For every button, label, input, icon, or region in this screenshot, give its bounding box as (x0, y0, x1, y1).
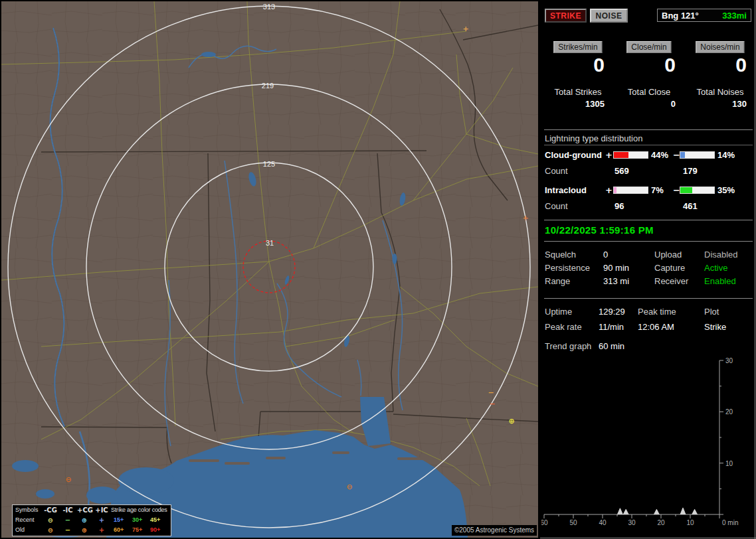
age-60: 60+ (114, 525, 124, 535)
ic-positive-pct: 7% (651, 185, 664, 195)
strike-marker: + (522, 214, 528, 222)
y-tick-label: 20 (725, 408, 733, 416)
close-column: Close/min 0 Total Close 0 (616, 41, 682, 114)
ic-negative-pct: 35% (717, 185, 735, 195)
legend-col-neg-cg: -CG (43, 505, 58, 515)
distribution-title: Lightning type distribution (545, 133, 642, 143)
map-svg: 313 219 125 31 ++−−⊕⊖⊖ (1, 1, 538, 538)
y-tick-label: 30 (725, 357, 733, 364)
total-noises-label: Total Noises (687, 87, 753, 97)
cg-positive-bar (613, 151, 648, 159)
total-strikes-label: Total Strikes (545, 87, 611, 97)
legend-header-row: Symbols -CG -IC +CG +IC Strike age color… (13, 505, 171, 515)
bearing-label: Bng 121° (662, 11, 699, 21)
total-close-label: Total Close (616, 87, 682, 97)
strike-mode-button[interactable]: STRIKE (545, 9, 587, 23)
bar-fill (614, 152, 628, 158)
upload-status: Disabled (704, 250, 738, 260)
age-75: 75+ (132, 525, 142, 535)
cg-negative-pct: 14% (717, 150, 735, 160)
age-15: 15+ (114, 515, 124, 525)
ring-label-125: 125 (263, 160, 275, 168)
ring-label-219: 219 (262, 82, 274, 90)
trend-spike (654, 509, 659, 514)
peak-time-value: 12:06 AM (638, 322, 674, 332)
bearing-range: 333mi (722, 11, 747, 21)
strike-marker: + (462, 25, 468, 33)
status-panel: STRIKE NOISE Bng 121° 333mi Strikes/min … (541, 0, 756, 539)
age-45: 45+ (150, 515, 160, 525)
upload-label: Upload (654, 250, 682, 260)
x-tick-label: 10 (686, 519, 694, 526)
settings-row: Squelch 0 Upload Disabled (541, 250, 756, 260)
trend-spike (617, 508, 622, 514)
ring-label-313: 313 (263, 3, 275, 11)
strikes-per-min-value: 0 (593, 54, 605, 76)
strike-marker: − (489, 400, 495, 408)
cg-negative-count: 179 (683, 166, 698, 176)
strike-marker: − (488, 388, 494, 397)
strike-marker: ⊖ (65, 475, 71, 484)
strike-marker: ⊖ (346, 483, 352, 491)
lightning-map[interactable]: 313 219 125 31 ++−−⊕⊖⊖ Symbols -CG -IC +… (1, 1, 538, 538)
peak-rate-label: Peak rate (545, 322, 582, 332)
noise-mode-button[interactable]: NOISE (590, 9, 628, 23)
peak-time-label: Peak time (638, 307, 676, 317)
bar-fill (680, 152, 685, 158)
intracloud-count-row: Count 96 461 (541, 201, 756, 212)
map-legend: Symbols -CG -IC +CG +IC Strike age color… (12, 504, 171, 536)
total-strikes-value: 1305 (585, 99, 605, 109)
neg-ic-recent-icon: − (60, 515, 75, 525)
pos-cg-old-icon: ⊕ (77, 525, 92, 535)
close-per-min-badge[interactable]: Close/min (626, 41, 671, 53)
legend-old-row: Old ⊖ − ⊕ + 60+ 75+ 90+ (13, 525, 171, 535)
x-tick-label: 40 (599, 519, 607, 526)
stats-row: Peak rate 11/min 12:06 AM Strike (541, 322, 756, 333)
persistence-value: 90 min (603, 263, 629, 273)
window-border-bottom (540, 538, 756, 538)
legend-col-pos-ic: +IC (94, 505, 109, 515)
x-tick-label: 30 (628, 519, 636, 526)
legend-age-title: Strike age color codes (111, 505, 167, 515)
intracloud-label: Intracloud (545, 185, 587, 195)
peak-rate-value: 11/min (599, 322, 624, 332)
cg-positive-pct: 44% (651, 150, 668, 160)
neg-ic-old-icon: − (60, 525, 75, 535)
strikes-per-min-badge[interactable]: Strikes/min (553, 41, 602, 53)
uptime-value: 129:29 (599, 307, 625, 317)
cloud-ground-label: Cloud-ground (545, 150, 602, 160)
count-label: Count (545, 166, 568, 176)
bar-fill (614, 187, 616, 193)
divider (544, 241, 753, 242)
x-axis-end-label: 0 min (722, 519, 738, 526)
ic-positive-count: 96 (614, 201, 624, 211)
divider (544, 298, 753, 299)
settings-row: Range 313 mi Receiver Enabled (541, 276, 756, 287)
legend-col-pos-cg: +CG (77, 505, 92, 515)
noises-per-min-badge[interactable]: Noises/min (696, 41, 744, 53)
trend-graph-svg: 6050403020100 min102030 (541, 355, 756, 536)
trend-window-value: 60 min (599, 341, 624, 351)
strikes-column: Strikes/min 0 Total Strikes 1305 (545, 41, 611, 114)
plus-sign: + (605, 150, 613, 160)
bar-fill (680, 187, 692, 193)
trend-graph-label: Trend graph (545, 341, 591, 351)
strike-marker: ⊕ (508, 417, 514, 425)
ring-label-31: 31 (266, 239, 274, 247)
x-tick-label: 20 (657, 519, 665, 526)
divider (544, 129, 753, 130)
plot-value: Strike (704, 322, 726, 332)
range-label: Range (545, 276, 570, 286)
pos-ic-old-icon: + (94, 525, 109, 535)
y-tick-label: 10 (725, 460, 733, 467)
mode-header: STRIKE NOISE Bng 121° 333mi (545, 9, 753, 23)
receiver-label: Receiver (654, 276, 688, 286)
close-per-min-value: 0 (664, 54, 676, 76)
legend-col-neg-ic: -IC (60, 505, 75, 515)
uptime-label: Uptime (545, 307, 572, 317)
total-noises-value: 130 (732, 99, 747, 109)
legend-recent-label: Recent (15, 515, 35, 525)
trend-spike (680, 508, 686, 514)
ic-positive-bar (613, 187, 648, 194)
age-30: 30+ (132, 515, 142, 525)
